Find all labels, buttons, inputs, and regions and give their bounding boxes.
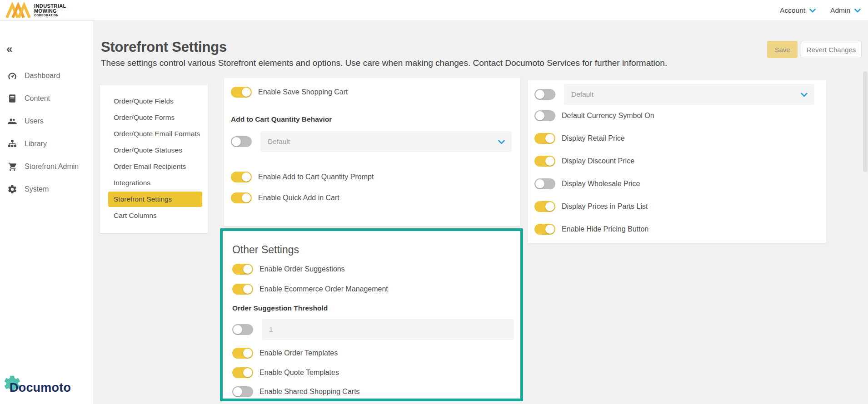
setting-row: Default [534,84,814,105]
quantity-behavior-label: Add to Cart Quantity Behavior [231,115,512,124]
cart-settings-card: Enable Save Shopping Cart Add to Cart Qu… [224,78,520,226]
setting-label: Enable Ecommerce Order Management [259,285,388,293]
setting-row: Display Prices in Parts List [534,201,814,212]
setting-row: Enable Quick Add in Cart [231,192,512,203]
setting-row: Display Retail Price [534,133,814,144]
page-title: Storefront Settings [101,39,227,55]
quantity-behavior-toggle[interactable] [231,136,252,147]
settings-nav-item-order-quote-forms[interactable]: Order/Quote Forms [100,109,208,126]
setting-label: Enable Quote Templates [259,369,339,377]
order-suggestions-toggle[interactable] [232,264,253,275]
setting-label: Enable Shared Shopping Carts [259,388,360,396]
sidebar-collapse-button[interactable]: « [6,44,12,54]
threshold-toggle[interactable] [232,324,253,335]
settings-nav-item-storefront-settings[interactable]: Storefront Settings [108,192,202,207]
cart-icon [7,162,17,172]
sidebar-item-label: Storefront Admin [25,163,79,171]
brand-line-3: CORPORATION [34,14,66,17]
pricing-settings-card: Default Default Currency Symbol On Displ… [528,80,826,243]
account-menu[interactable]: Account [780,6,816,15]
sidebar-item-label: Content [25,94,50,103]
other-settings-card: Other Settings Enable Order Suggestions … [220,228,523,401]
prices-in-parts-list-toggle[interactable] [534,201,555,212]
currency-select-toggle[interactable] [534,89,555,100]
account-menu-label: Account [780,6,805,15]
ecommerce-order-management-toggle[interactable] [232,284,253,295]
setting-label: Enable Hide Pricing Button [562,225,649,233]
company-name: INDUSTRIAL MOWING CORPORATION [34,4,66,17]
settings-nav-item-order-quote-fields[interactable]: Order/Quote Fields [100,93,208,109]
setting-label: Enable Order Templates [259,349,338,357]
sidebar-item-storefront-admin[interactable]: Storefront Admin [0,155,93,178]
gauge-icon [7,71,17,81]
setting-row: Enable Hide Pricing Button [534,224,814,235]
setting-label: Display Retail Price [562,134,625,143]
setting-label: Enable Order Suggestions [259,265,345,273]
quick-add-toggle[interactable] [231,192,252,203]
order-templates-toggle[interactable] [232,348,253,359]
setting-row: Enable Quote Templates [232,367,514,378]
top-bar: INDUSTRIAL MOWING CORPORATION Account Ad… [0,0,868,21]
setting-label: Display Wholesale Price [562,180,640,188]
admin-menu-label: Admin [830,6,850,15]
chevron-down-icon [498,140,505,144]
mountains-logo-icon [5,2,31,19]
admin-menu[interactable]: Admin [830,6,861,15]
setting-row [232,319,514,340]
setting-row: Display Wholesale Price [534,178,814,189]
save-button[interactable]: Save [767,41,798,58]
brand-line-2: MOWING [34,9,66,14]
sidebar: « Dashboard Content Users Library Storef… [0,21,93,404]
select-value: Default [268,138,290,146]
select-value: Default [571,90,594,99]
order-suggestion-threshold-label: Order Suggestion Threshold [232,304,514,313]
sidebar-item-label: Users [25,117,44,125]
settings-nav-item-integrations[interactable]: Integrations [100,175,208,191]
settings-nav-item-cart-columns[interactable]: Cart Columns [100,207,208,224]
setting-row: Enable Order Templates [232,348,514,359]
setting-label: Enable Quick Add in Cart [258,194,339,202]
sidebar-item-label: System [25,185,49,193]
settings-nav-item-order-quote-statuses[interactable]: Order/Quote Statuses [100,142,208,158]
wholesale-price-toggle[interactable] [534,178,555,189]
sidebar-item-content[interactable]: Content [0,87,93,110]
chevron-down-icon [854,9,861,13]
sidebar-item-library[interactable]: Library [0,133,93,155]
documoto-logo: Documoto [0,378,93,401]
sidebar-item-dashboard[interactable]: Dashboard [0,64,93,87]
vertical-scrollbar-thumb[interactable] [863,71,868,172]
settings-nav-item-order-email-recipients[interactable]: Order Email Recipients [100,158,208,175]
currency-symbol-toggle[interactable] [534,110,555,121]
book-icon [7,94,17,103]
quote-templates-toggle[interactable] [232,367,253,378]
threshold-input[interactable] [262,319,514,340]
quantity-behavior-select[interactable]: Default [260,131,512,152]
discount-price-toggle[interactable] [534,156,555,167]
revert-changes-button[interactable]: Revert Changes [801,41,862,58]
settings-nav-card: Order/Quote Fields Order/Quote Forms Ord… [100,85,208,233]
setting-label: Default Currency Symbol On [562,112,654,120]
save-shopping-cart-toggle[interactable] [231,87,252,98]
setting-row: Enable Shared Shopping Carts [232,386,514,397]
setting-row: Enable Save Shopping Cart [231,87,512,98]
setting-label: Display Discount Price [562,157,634,165]
hide-pricing-button-toggle[interactable] [534,224,555,235]
setting-row: Default Currency Symbol On [534,110,814,121]
chevron-down-icon [801,93,808,97]
documoto-wordmark: Documoto [10,381,71,395]
page-description: These settings control various Storefron… [101,58,667,68]
sidebar-item-label: Dashboard [25,72,60,80]
setting-row: Default [231,131,512,152]
setting-row: Enable Ecommerce Order Management [232,284,514,295]
shared-shopping-carts-toggle[interactable] [232,386,253,397]
settings-nav-item-order-quote-email-formats[interactable]: Order/Quote Email Formats [100,126,208,142]
retail-price-toggle[interactable] [534,133,555,144]
setting-label: Enable Add to Cart Quantity Prompt [258,173,374,181]
setting-row: Display Discount Price [534,156,814,167]
users-icon [7,116,17,126]
sidebar-item-system[interactable]: System [0,178,93,201]
sidebar-item-users[interactable]: Users [0,110,93,133]
currency-select[interactable]: Default [564,84,814,105]
sitemap-icon [7,139,17,149]
quantity-prompt-toggle[interactable] [231,172,252,182]
